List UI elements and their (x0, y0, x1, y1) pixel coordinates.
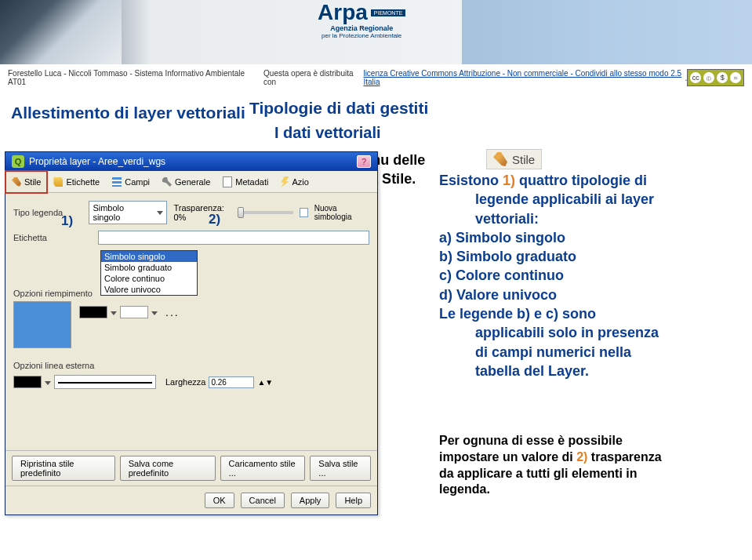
grid-icon (112, 177, 122, 187)
tipo-legenda-dropdown[interactable]: Simbolo singolo (89, 201, 167, 224)
annotation-marker-1: 1) (61, 213, 73, 229)
logo-subtitle: Agenzia Regionale per la Protezione Ambi… (322, 25, 401, 40)
stile-badge: Stile (486, 149, 542, 169)
header-band: Arpa PIEMONTE Agenzia Regionale per la P… (0, 0, 752, 64)
trasparenza-slider[interactable] (238, 211, 293, 214)
color-white-swatch[interactable] (120, 306, 148, 318)
tag-icon (53, 177, 63, 187)
ok-button[interactable]: OK (205, 493, 234, 508)
header-decor (462, 0, 752, 64)
cc-badge-icon: cc⦶$= (687, 69, 744, 86)
tab-stile[interactable]: Stile (5, 171, 47, 193)
tab-etichette[interactable]: Etichette (47, 171, 106, 192)
line-color-swatch[interactable] (13, 376, 42, 388)
title-top-right: Tipologie di dati gestiti (249, 99, 428, 118)
attribution-mid: Questa opera è distribuita con (263, 69, 363, 86)
attribution-authors: Forestello Luca - Niccoli Tommaso - Sist… (8, 69, 253, 86)
dialog-title: Proprietà layer - Aree_verdi_wgs (29, 156, 165, 167)
wrench-icon (162, 177, 172, 187)
title-sub: I dati vettoriali (274, 124, 381, 142)
annotation-marker-2: 2) (209, 212, 220, 227)
cancel-button[interactable]: Cancel (241, 493, 285, 508)
logo-text: Arpa (318, 0, 368, 25)
attribution-bar: Forestello Luca - Niccoli Tommaso - Sist… (0, 64, 752, 89)
trasparenza-label: Trasparenza: 0% (173, 203, 231, 222)
logo-region: PIEMONTE (371, 9, 406, 16)
load-style-button[interactable]: Caricamento stile ... (220, 456, 306, 481)
header-photo (0, 0, 122, 64)
tab-generale[interactable]: Generale (156, 171, 216, 192)
save-default-style-button[interactable]: Salva come predefinito (120, 456, 216, 481)
option-valore-univoco[interactable]: Valore univoco (101, 284, 197, 295)
save-style-button[interactable]: Salva stile ... (310, 456, 371, 481)
document-icon (223, 176, 232, 187)
option-simbolo-graduato[interactable]: Simbolo graduato (101, 262, 197, 273)
brush-icon (493, 152, 507, 166)
larghezza-label: Larghezza (165, 377, 205, 387)
larghezza-input[interactable] (209, 376, 254, 388)
dialog-footer-styles: Ripristina stile predefinito Salva come … (5, 450, 377, 485)
option-simbolo-singolo[interactable]: Simbolo singolo (101, 251, 197, 262)
tipo-legenda-options[interactable]: Simbolo singolo Simbolo graduato Colore … (100, 250, 198, 296)
line-style-swatch[interactable] (54, 375, 156, 389)
tab-azioni[interactable]: Azio (274, 171, 314, 192)
help-button[interactable]: Help (336, 493, 371, 508)
nuova-simbologia-checkbox[interactable] (300, 208, 308, 217)
brush-icon (12, 177, 21, 187)
titlebar-help-button[interactable]: ? (357, 155, 371, 168)
opzioni-linea-label: Opzioni linea esterna (13, 361, 369, 370)
tab-metadati[interactable]: Metadati (216, 171, 274, 192)
flash-icon (281, 176, 289, 187)
tab-campi[interactable]: Campi (106, 171, 156, 192)
transparency-note: Per ognuna di esse è possibile impostare… (439, 433, 728, 498)
logo-area: Arpa PIEMONTE Agenzia Regionale per la P… (318, 0, 405, 40)
layer-properties-dialog: Q Proprietà layer - Aree_verdi_wgs ? Sti… (5, 151, 378, 515)
etichetta-input[interactable] (98, 231, 369, 245)
app-icon: Q (12, 155, 24, 168)
etichetta-label: Etichetta (13, 233, 92, 242)
nuova-simbologia-label: Nuova simbologia (314, 204, 369, 221)
fill-swatch[interactable] (13, 301, 71, 348)
dialog-titlebar[interactable]: Q Proprietà layer - Aree_verdi_wgs ? (5, 152, 377, 171)
dialog-footer-actions: OK Cancel Apply Help (5, 485, 377, 515)
option-colore-continuo[interactable]: Colore continuo (101, 273, 197, 284)
more-icon[interactable]: ... (165, 306, 180, 318)
explanation-text: Esistono 1) quattro tipologie di legende… (439, 171, 729, 380)
apply-button[interactable]: Apply (291, 493, 330, 508)
dialog-tabs: Stile Etichette Campi Generale Metadati … (5, 171, 377, 193)
color-black-swatch[interactable] (79, 306, 107, 318)
restore-default-style-button[interactable]: Ripristina stile predefinito (12, 456, 115, 481)
cc-license-link[interactable]: licenza Creative Commons Attribuzione - … (363, 69, 685, 86)
